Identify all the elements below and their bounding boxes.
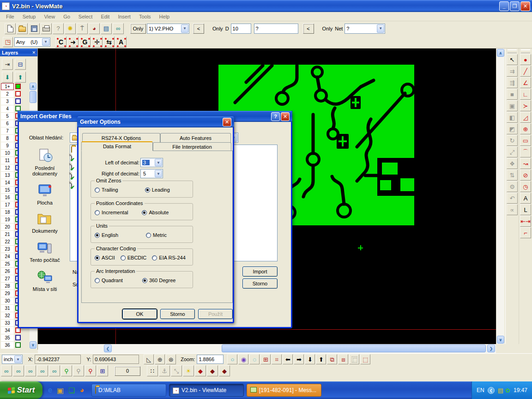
chevron-down-icon[interactable]: ▼ [155,170,162,177]
d-filter-input[interactable]: ? [254,24,298,34]
draw-polyline-button[interactable]: ∠ [520,77,531,88]
grid-dots-button[interactable]: ∷ [147,365,158,376]
radio-eia-rs-244[interactable]: EIA RS-244 [152,255,185,260]
menu-go[interactable]: Go [59,12,74,21]
measure-angle-icon[interactable]: ◺ [144,354,154,364]
restore-button[interactable]: ❐ [510,1,520,11]
draw-rect-pad-button[interactable]: ▭ [520,135,531,146]
minimize-button[interactable]: _ [499,1,509,11]
radio-quadrant[interactable]: Quadrant [95,278,123,283]
radio-ebcdic[interactable]: EBCDIC [121,255,147,260]
task-d-mlab[interactable]: D:\MLAB [91,384,166,397]
highlight-marker-button[interactable]: ◳ [3,37,13,47]
draw-dimension-button[interactable]: ⇤⇥ [520,216,531,227]
layer-row-1+[interactable]: 1+ [1,83,30,90]
radio-leading[interactable]: Leading [145,187,170,193]
new-document-button[interactable] [5,23,16,34]
menu-view[interactable]: View [40,12,59,21]
import-button[interactable]: Import [242,266,278,277]
pan-up-button[interactable]: ⬆ [316,354,326,364]
menu-edit[interactable]: Edit [97,12,114,21]
layer-row-2[interactable]: 2 [1,90,30,97]
zoom-in-button[interactable]: ◉ [238,354,248,364]
left-of-decimal-combo[interactable]: 3▼ [140,158,163,167]
radio-metric[interactable]: Metric [146,232,167,238]
step-move-button[interactable]: ⤡ [171,365,182,376]
task-v2-bin-viewmate[interactable]: ◔ V2.bin - ViewMate [169,384,244,397]
tab-auto-features[interactable]: Auto Features [160,133,231,142]
layer-color-swatch[interactable] [15,335,21,340]
apply-button[interactable]: Použít [198,309,233,319]
place-desktop[interactable]: Plocha [24,184,66,206]
draw-triangle-button[interactable]: ◿ [520,112,531,123]
only-layer-button[interactable]: Only [130,24,146,34]
draw-arc3-button[interactable]: ⊘ [520,169,531,181]
x-coordinate-field[interactable]: -0.942237 [35,355,81,364]
layers-scroll-down-button[interactable]: ∨ [30,341,36,349]
layer-row-3[interactable]: 3 [1,97,30,105]
view-planes-button[interactable]: ∞ [25,365,36,376]
fill-polygon-button[interactable]: ■ [507,89,518,100]
draw-corner-button[interactable]: ⌐ [520,227,531,238]
select-circle-button[interactable]: ◕ [89,23,100,34]
layer-row-36[interactable]: 36 [1,341,30,349]
view-pads-button[interactable]: ∞ [1,365,12,376]
pan-down-button[interactable]: ⬇ [305,354,315,364]
scroll-up-button[interactable]: ∧ [497,49,504,57]
highlight-off-button[interactable]: ⚲ [73,365,84,376]
import-cancel-button[interactable]: Storno [242,278,278,289]
radio-absolute[interactable]: Absolute [142,210,169,215]
dialog-help-button[interactable]: ? [271,112,280,121]
start-button[interactable]: Start [0,381,42,399]
gerber-mode-button[interactable]: G [79,36,91,48]
chevron-down-icon[interactable]: ▼ [181,24,188,33]
save-button[interactable] [29,23,40,34]
layer-color-swatch[interactable] [15,84,21,89]
zoom-prev-button[interactable]: ⧉ [327,354,337,364]
place-documents[interactable]: Dokumenty [24,213,66,234]
swap-mode-button[interactable]: ⇆ [103,36,115,48]
prev-d-button[interactable]: < [303,24,314,34]
ok-button[interactable]: OK [122,309,157,319]
tray-chevron-button[interactable]: ❮ [488,387,495,394]
close-layers-button[interactable]: ✕ [32,50,36,55]
menu-tools[interactable]: Tools [135,12,155,21]
place-my-computer[interactable]: Tento počítač [24,241,66,263]
view-outline-button[interactable]: ∞ [37,365,48,376]
dcode-dot2-button[interactable]: ◆ [207,365,218,376]
center-origin-icon[interactable]: ⊕ [155,354,165,364]
radio-english[interactable]: English [95,232,118,238]
right-of-decimal-combo[interactable]: 5▼ [140,169,163,178]
clock[interactable]: 19:47 [514,387,527,393]
print-button[interactable] [41,23,52,34]
dock-layers-button[interactable]: ⇥ [2,59,13,70]
draw-arc-button[interactable]: ⌒ [520,146,531,157]
draw-arrow-button[interactable]: ≻ [520,100,531,111]
toolbar-grip[interactable] [508,49,517,53]
settings-gear-button[interactable]: ⚙ [507,181,518,192]
probe-button[interactable]: ⚲ [85,365,96,376]
move-layer-up-button[interactable]: ⬆ [15,72,26,83]
language-indicator[interactable]: EN [477,387,484,393]
dcode-dot3-button[interactable]: ◆ [219,365,230,376]
chevron-down-icon[interactable]: ▼ [42,38,49,46]
snap-move-button[interactable]: ⇅ [507,169,518,181]
table-window-button[interactable]: ⊞ [97,365,108,376]
menu-help[interactable]: Help [155,12,174,21]
pan-left-button[interactable]: ⬅ [283,354,293,364]
radio-ascii[interactable]: ASCII [95,255,115,260]
scroll-right-button[interactable]: ❯ [487,345,495,352]
tab-rs274x[interactable]: RS274-X Options [82,133,160,142]
task--191-482-091-mess-[interactable]: [191-482-091] - Mess... [247,384,321,397]
chevron-down-icon[interactable]: ▼ [377,24,384,33]
trace-mode-button[interactable]: ➜ [67,36,79,48]
view-all-button[interactable]: ∞ [49,365,60,376]
select-dots-button[interactable]: ⬚ [360,354,370,364]
menu-insert[interactable]: Insert [114,12,135,21]
flash-mode-button[interactable]: ✛ [91,36,103,48]
folder-quicklaunch-icon[interactable]: ▣ [57,386,64,395]
aperture-mode-button[interactable]: A [115,36,127,48]
zoom-window-button[interactable]: ◌ [249,354,260,364]
layer-row-35[interactable]: 35 [1,334,30,341]
draw-circle-center-button[interactable]: ⊕ [520,123,531,134]
